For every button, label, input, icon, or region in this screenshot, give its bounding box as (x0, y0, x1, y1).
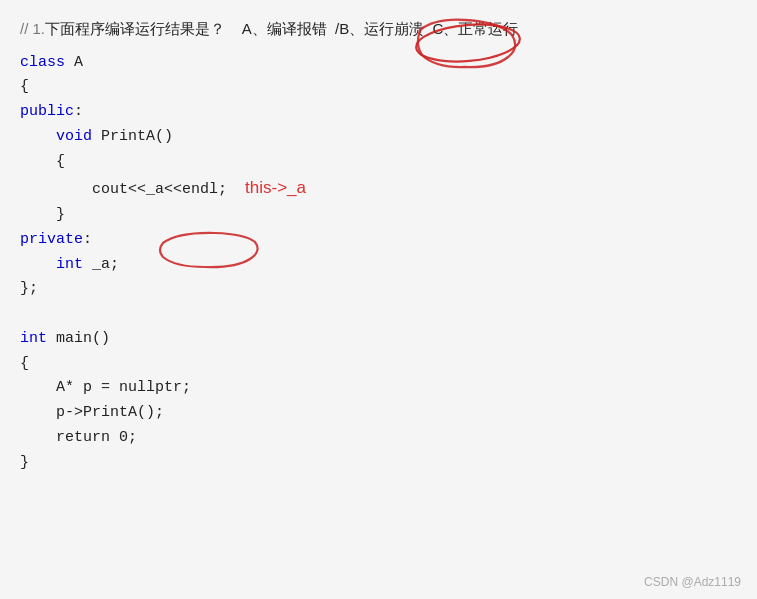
code-line-6: cout<<_a<<endl; this->_a (20, 174, 737, 203)
question-line: // 1.下面程序编译运行结果是？ A、编译报错 /B、运行崩溃 C、正常运行 (20, 18, 737, 41)
annotation-this: this->_a (245, 178, 306, 197)
code-line-5: { (20, 150, 737, 175)
code-line-17: } (20, 451, 737, 476)
code-line-7: } (20, 203, 737, 228)
code-line-2: { (20, 75, 737, 100)
code-line-4: void PrintA() (20, 125, 737, 150)
watermark: CSDN @Adz1119 (644, 575, 741, 589)
code-line-1: class A (20, 51, 737, 76)
question-text: 下面程序编译运行结果是？ A、编译报错 /B、运行崩溃 C、正常运行 (45, 20, 518, 37)
code-line-11 (20, 302, 737, 327)
code-line-13: { (20, 352, 737, 377)
code-line-14: A* p = nullptr; (20, 376, 737, 401)
code-line-12: int main() (20, 327, 737, 352)
main-container: // 1.下面程序编译运行结果是？ A、编译报错 /B、运行崩溃 C、正常运行 … (0, 0, 757, 599)
code-line-15: p->PrintA(); (20, 401, 737, 426)
code-line-8: private: (20, 228, 737, 253)
code-line-16: return 0; (20, 426, 737, 451)
comment-prefix: // 1. (20, 20, 45, 37)
code-line-9: int _a; (20, 253, 737, 278)
code-line-10: }; (20, 277, 737, 302)
code-block: class A { public: void PrintA() { cout<<… (20, 51, 737, 476)
code-line-3: public: (20, 100, 737, 125)
